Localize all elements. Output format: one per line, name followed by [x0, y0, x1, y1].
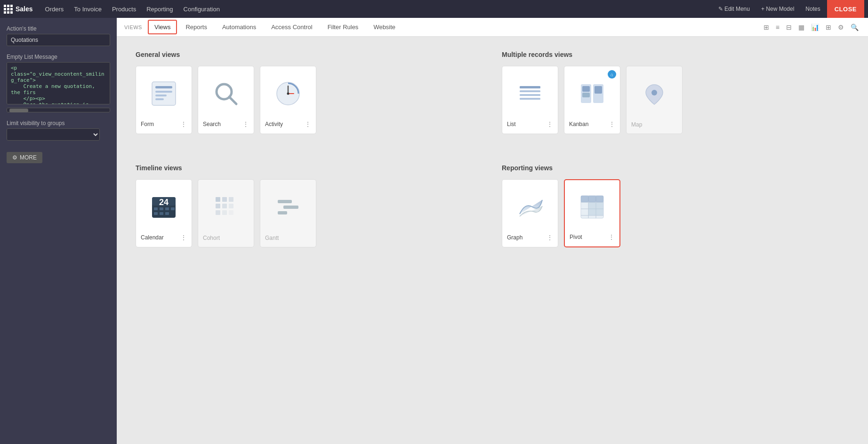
action-title-field: Action's title: [7, 25, 110, 46]
list-card-label-row: List ⋮: [502, 120, 558, 128]
view-card-gantt: Gantt: [260, 179, 316, 247]
svg-rect-52: [588, 209, 596, 215]
view-card-pivot[interactable]: Pivot ⋮: [564, 179, 620, 247]
view-card-graph[interactable]: Graph ⋮: [502, 179, 558, 247]
nav-item-to-invoice[interactable]: To Invoice: [69, 3, 106, 16]
empty-list-textarea[interactable]: <p class="o_view_nocontent_smiling_face"…: [7, 62, 110, 104]
map-card-icon: [627, 66, 682, 121]
multiple-records-views-group: Multiple records views: [502, 51, 849, 149]
action-title-input[interactable]: [7, 34, 110, 46]
limit-visibility-select[interactable]: [7, 128, 100, 141]
gantt-card-label: Gantt: [265, 235, 279, 241]
search-icon[interactable]: 🔍: [849, 22, 860, 33]
svg-rect-38: [278, 200, 292, 203]
subnav-filter-rules[interactable]: Filter Rules: [321, 20, 365, 34]
svg-rect-49: [596, 196, 603, 202]
brand-label: Sales: [16, 5, 33, 13]
kanban-card-menu[interactable]: ⋮: [609, 120, 615, 128]
svg-rect-1: [155, 86, 172, 88]
svg-rect-53: [596, 209, 603, 215]
nav-item-configuration[interactable]: Configuration: [179, 3, 225, 16]
brand[interactable]: Sales: [4, 5, 33, 14]
svg-rect-35: [216, 210, 220, 215]
limit-visibility-label: Limit visibility to groups: [7, 120, 110, 127]
reporting-views-title: Reporting views: [502, 164, 849, 172]
edit-menu-btn[interactable]: ✎ Edit Menu: [714, 3, 755, 15]
list-card-label: List: [507, 121, 516, 127]
kanban-home-badge: ⌂: [608, 70, 616, 79]
kanban-view-icon[interactable]: ⊟: [784, 22, 794, 33]
subnav-views[interactable]: Views: [148, 20, 177, 34]
sub-nav-right: ⊞ ≡ ⊟ ▦ 📊 ⊞ ⚙ 🔍: [762, 22, 860, 33]
calendar-card-menu[interactable]: ⋮: [180, 234, 187, 241]
subnav-access-control[interactable]: Access Control: [265, 20, 319, 34]
more-button[interactable]: ⚙ MORE: [7, 152, 42, 163]
svg-rect-31: [229, 197, 233, 202]
search-card-menu[interactable]: ⋮: [242, 120, 249, 128]
view-card-kanban[interactable]: ⌂ Kanban: [564, 66, 620, 134]
svg-rect-36: [222, 210, 227, 215]
empty-list-field: Empty List Message <p class="o_view_noco…: [7, 54, 110, 112]
activity-card-label-row: Activity ⋮: [260, 120, 316, 128]
activity-card-menu[interactable]: ⋮: [305, 120, 311, 128]
subnav-automations[interactable]: Automations: [216, 20, 263, 34]
search-card-label-row: Search ⋮: [198, 120, 254, 128]
nav-item-orders[interactable]: Orders: [40, 3, 69, 16]
calendar-card-icon: 24: [136, 180, 192, 234]
new-model-btn[interactable]: + New Model: [756, 3, 799, 15]
textarea-scrollbar[interactable]: [7, 108, 110, 112]
view-card-list[interactable]: List ⋮: [502, 66, 558, 134]
pivot-card-label-row: Pivot ⋮: [565, 233, 619, 241]
graph-view-icon[interactable]: 📊: [809, 22, 821, 33]
svg-rect-48: [588, 196, 596, 202]
sub-header: VIEWS Views Reports Automations Access C…: [117, 18, 868, 37]
notes-btn[interactable]: Notes: [801, 3, 825, 15]
view-card-calendar[interactable]: 24 C: [136, 179, 192, 247]
general-views-group: General views: [136, 51, 483, 149]
svg-rect-4: [155, 98, 164, 100]
nav-right: ✎ Edit Menu + New Model Notes CLOSE: [714, 0, 864, 18]
svg-rect-16: [582, 93, 590, 97]
search-card-icon: [198, 66, 254, 120]
svg-rect-25: [171, 207, 175, 210]
pivot-card-menu[interactable]: ⋮: [608, 233, 615, 241]
pivot-card-label: Pivot: [570, 234, 582, 240]
general-views-title: General views: [136, 51, 483, 58]
form-view-icon[interactable]: ⊞: [762, 22, 771, 33]
subnav-website[interactable]: Website: [367, 20, 402, 34]
form-card-menu[interactable]: ⋮: [180, 120, 187, 128]
cohort-card-icon: [198, 180, 254, 235]
close-button[interactable]: CLOSE: [827, 0, 864, 18]
multiple-records-row: List ⋮ ⌂: [502, 66, 849, 134]
graph-card-icon: [502, 180, 558, 234]
svg-rect-24: [165, 207, 169, 210]
subnav-reports[interactable]: Reports: [179, 20, 214, 34]
nav-item-products[interactable]: Products: [107, 3, 141, 16]
pivot-view-icon[interactable]: ⊞: [824, 22, 833, 33]
svg-rect-27: [160, 212, 163, 215]
more-label: MORE: [20, 154, 37, 161]
view-card-form[interactable]: Form ⋮: [136, 66, 192, 134]
form-card-label: Form: [141, 121, 154, 127]
timeline-views-row: 24 C: [136, 179, 483, 247]
view-card-activity[interactable]: Activity ⋮: [260, 66, 316, 134]
list-card-menu[interactable]: ⋮: [547, 120, 553, 128]
bottom-views-groups: Timeline views 24: [136, 164, 849, 262]
reporting-views-row: Graph ⋮: [502, 179, 849, 247]
view-card-search[interactable]: Search ⋮: [198, 66, 254, 134]
graph-card-label-row: Graph ⋮: [502, 234, 558, 241]
kanban-card-label: Kanban: [569, 121, 588, 127]
map-card-label-row: Map: [627, 121, 682, 128]
settings-icon[interactable]: ⚙: [836, 22, 846, 33]
svg-rect-10: [520, 90, 540, 92]
kanban-card-label-row: Kanban ⋮: [564, 120, 620, 128]
svg-point-18: [651, 90, 657, 95]
nav-item-reporting[interactable]: Reporting: [142, 3, 177, 16]
svg-rect-22: [154, 207, 158, 210]
top-nav: Sales Orders To Invoice Products Reporti…: [0, 0, 868, 18]
calendar-view-icon[interactable]: ▦: [796, 22, 806, 33]
graph-card-menu[interactable]: ⋮: [547, 234, 553, 241]
svg-rect-0: [152, 82, 176, 105]
list-view-icon[interactable]: ≡: [774, 22, 781, 33]
svg-rect-29: [216, 197, 220, 202]
